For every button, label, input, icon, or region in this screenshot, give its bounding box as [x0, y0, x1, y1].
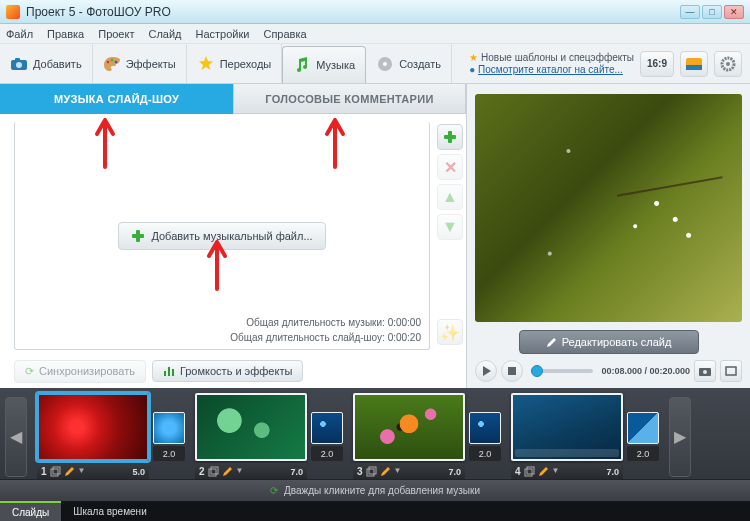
arrow-up-icon: ▲ — [442, 188, 458, 206]
timeline-transition[interactable]: 2.0 — [311, 412, 343, 461]
timeline: ◀ 1 ▼ 5.0 2.0 — [0, 388, 750, 521]
volume-effects-button[interactable]: Громкость и эффекты — [152, 360, 303, 382]
toolbar-add-label: Добавить — [33, 58, 82, 70]
menu-file[interactable]: Файл — [6, 28, 33, 40]
seek-slider[interactable] — [531, 369, 593, 373]
music-track-row[interactable]: ⟳ Дважды кликните для добавления музыки — [0, 479, 750, 501]
magic-wand-button[interactable]: ✨ — [437, 319, 463, 345]
promo-text: ★ Новые шаблоны и спецэффекты ● Посмотри… — [469, 52, 634, 76]
tab-slideshow-music[interactable]: МУЗЫКА СЛАЙД-ШОУ — [0, 84, 233, 114]
tab-voice-comments-label: ГОЛОСОВЫЕ КОММЕНТАРИИ — [265, 93, 433, 105]
transition-thumbnail[interactable] — [311, 412, 343, 444]
tab-voice-comments[interactable]: ГОЛОСОВЫЕ КОММЕНТАРИИ — [233, 84, 466, 114]
menu-edit[interactable]: Правка — [47, 28, 84, 40]
remove-button[interactable]: ✕ — [437, 154, 463, 180]
svg-point-11 — [726, 62, 730, 66]
menubar: Файл Правка Проект Слайд Настройки Справ… — [0, 24, 750, 44]
timeline-clip[interactable]: 2 ▼ 7.0 — [195, 393, 307, 479]
move-down-button[interactable]: ▼ — [437, 214, 463, 240]
transition-duration: 2.0 — [311, 446, 343, 461]
edit-slide-label: Редактировать слайд — [562, 336, 672, 348]
timeline-clip[interactable]: 1 ▼ 5.0 — [37, 393, 149, 479]
toolbar-transitions-button[interactable]: Переходы — [187, 44, 283, 83]
clip-thumbnail[interactable] — [353, 393, 465, 461]
timeline-prev-button[interactable]: ◀ — [5, 397, 27, 477]
toolbar-create-button[interactable]: Создать — [366, 44, 452, 83]
fullscreen-button[interactable] — [720, 360, 742, 382]
edit-slide-button[interactable]: Редактировать слайд — [519, 330, 699, 354]
transition-duration: 2.0 — [153, 446, 185, 461]
svg-point-3 — [106, 60, 109, 63]
timeline-transition[interactable]: 2.0 — [469, 412, 501, 461]
timeline-clip[interactable]: 3 ▼ 7.0 — [353, 393, 465, 479]
clip-duration: 7.0 — [448, 467, 461, 477]
svg-point-7 — [383, 62, 387, 66]
svg-rect-28 — [369, 467, 376, 474]
bottom-tab-slides[interactable]: Слайды — [0, 501, 61, 521]
clip-thumbnail[interactable] — [511, 393, 623, 461]
svg-point-21 — [703, 370, 707, 374]
fullscreen-icon — [725, 366, 737, 376]
refresh-icon: ⟳ — [270, 485, 278, 496]
window-close-button[interactable]: ✕ — [724, 5, 744, 19]
transition-duration: 2.0 — [469, 446, 501, 461]
play-button[interactable] — [475, 360, 497, 382]
pencil-icon — [546, 337, 557, 348]
timeline-transition[interactable]: 2.0 — [153, 412, 185, 461]
stop-button[interactable] — [501, 360, 523, 382]
window-maximize-button[interactable]: □ — [702, 5, 722, 19]
chevron-down-icon: ▼ — [78, 466, 89, 477]
aspect-ratio-label: 16:9 — [647, 58, 667, 69]
music-file-list: Добавить музыкальный файл... Общая длите… — [14, 122, 430, 350]
timeline-next-button[interactable]: ▶ — [669, 397, 691, 477]
bottom-tab-timescale-label: Шкала времени — [73, 506, 146, 517]
clip-thumbnail[interactable] — [37, 393, 149, 461]
toolbar-effects-button[interactable]: Эффекты — [93, 44, 187, 83]
toolbar: Добавить Эффекты Переходы Музыка Создать — [0, 44, 750, 84]
window-minimize-button[interactable]: — — [680, 5, 700, 19]
duration-show-value: 0:00:20 — [388, 332, 421, 343]
equalizer-icon — [163, 365, 175, 377]
svg-rect-13 — [132, 234, 144, 238]
transition-thumbnail[interactable] — [627, 412, 659, 444]
transition-thumbnail[interactable] — [153, 412, 185, 444]
pencil-icon — [64, 466, 75, 477]
timeline-transition[interactable]: 2.0 — [627, 412, 659, 461]
toolbar-music-button[interactable]: Музыка — [282, 46, 366, 83]
annotation-arrow — [315, 112, 355, 172]
stop-icon — [508, 367, 516, 375]
app-icon — [6, 5, 20, 19]
seek-knob[interactable] — [531, 365, 543, 377]
toolbar-add-button[interactable]: Добавить — [0, 44, 93, 83]
preview-viewport — [475, 94, 742, 322]
menu-help[interactable]: Справка — [263, 28, 306, 40]
duration-show-label: Общая длительность слайд-шоу: — [230, 332, 385, 343]
star-icon — [197, 55, 215, 73]
timeline-clip[interactable]: 4 ▼ 7.0 — [511, 393, 623, 479]
background-button[interactable] — [680, 51, 708, 77]
add-button[interactable] — [437, 124, 463, 150]
snapshot-button[interactable] — [694, 360, 716, 382]
menu-settings[interactable]: Настройки — [196, 28, 250, 40]
transition-thumbnail[interactable] — [469, 412, 501, 444]
settings-button[interactable] — [714, 51, 742, 77]
menu-slide[interactable]: Слайд — [148, 28, 181, 40]
layers-icon — [208, 466, 219, 477]
camera-icon — [699, 366, 711, 376]
clip-thumbnail[interactable] — [195, 393, 307, 461]
add-music-file-button[interactable]: Добавить музыкальный файл... — [118, 222, 325, 250]
bottom-tab-slides-label: Слайды — [12, 507, 49, 518]
aspect-ratio-button[interactable]: 16:9 — [640, 51, 674, 77]
menu-project[interactable]: Проект — [98, 28, 134, 40]
clip-duration: 7.0 — [290, 467, 303, 477]
sync-label: Синхронизировать — [39, 365, 135, 377]
clip-duration: 5.0 — [132, 467, 145, 477]
svg-rect-30 — [527, 467, 534, 474]
palette-icon — [103, 55, 121, 73]
window-title: Проект 5 - ФотоШОУ PRO — [26, 5, 171, 19]
move-up-button[interactable]: ▲ — [437, 184, 463, 210]
pencil-icon — [222, 466, 233, 477]
sync-button[interactable]: ⟳ Синхронизировать — [14, 360, 146, 383]
bottom-tab-timescale[interactable]: Шкала времени — [61, 501, 158, 521]
promo-link[interactable]: Посмотрите каталог на сайте... — [478, 64, 623, 75]
